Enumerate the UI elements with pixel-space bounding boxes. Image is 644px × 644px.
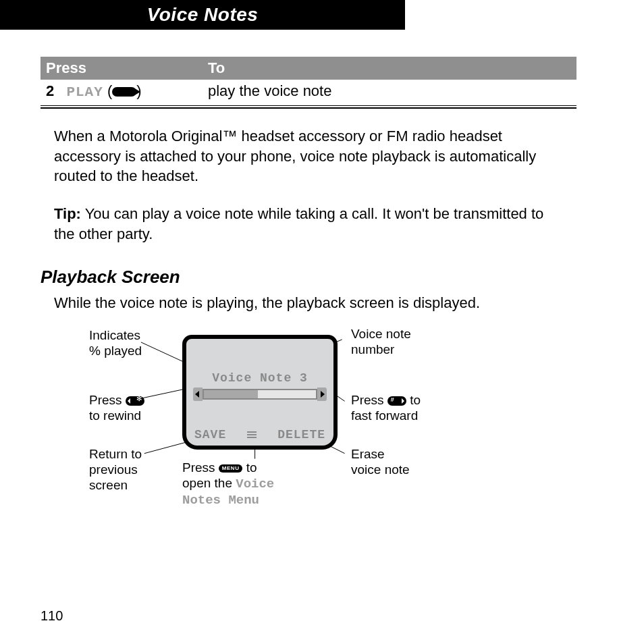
table-cell-key: 2 PLAY (): [41, 80, 203, 103]
callout-fast-forward: Press to fast forward: [351, 393, 421, 424]
progress-fill: [204, 390, 258, 398]
paragraph-headset: When a Motorola Original™ headset access…: [54, 126, 563, 186]
callout-ff-a: Press: [351, 393, 387, 407]
table-rule: [41, 105, 576, 109]
menu-key-icon: MENU: [219, 464, 243, 473]
callout-rewind: Press to rewind: [89, 393, 144, 424]
star-key-icon: [126, 396, 144, 406]
playback-diagram: Voice Note 3 SAVE DELETE Indicates % pla…: [41, 325, 576, 528]
action-table: Press To 2 PLAY () play the voice note: [41, 57, 576, 103]
callout-percent-played: Indicates % played: [89, 328, 142, 359]
forward-icon: [317, 387, 327, 401]
callout-menu-a: Press: [182, 460, 219, 475]
phone-screen: Voice Note 3 SAVE DELETE: [182, 335, 338, 450]
callout-erase: Erase voice note: [351, 447, 410, 478]
subhead-playback: Playback Screen: [41, 267, 576, 288]
tip-label: Tip:: [54, 205, 81, 222]
step-number: 2: [46, 82, 62, 99]
softkey-save: SAVE: [194, 428, 226, 441]
screen-title: Voice Note 3: [186, 371, 333, 385]
page-header: Voice Notes: [0, 0, 405, 30]
callout-menu: Press MENU to open the Voice Notes Menu: [182, 460, 274, 508]
page-number: 110: [41, 608, 63, 624]
tip-body: You can play a voice note while taking a…: [54, 205, 543, 242]
callout-return: Return to previous screen: [89, 447, 142, 493]
callout-voice-note-number: Voice note number: [351, 327, 411, 358]
rewind-icon: [193, 387, 203, 401]
play-key-label: PLAY: [66, 84, 103, 100]
table-header-to: To: [203, 57, 576, 80]
paren-open: (: [107, 82, 112, 99]
softkey-delete: DELETE: [277, 428, 325, 441]
play-pill-icon: [112, 87, 136, 97]
hash-key-icon: [387, 396, 406, 406]
progress-bar: [203, 389, 317, 400]
callout-rewind-a: Press: [89, 393, 126, 407]
callout-rewind-b: to rewind: [89, 408, 141, 423]
table-cell-desc: play the voice note: [203, 80, 576, 103]
menu-icon: [247, 431, 257, 438]
paragraph-tip: Tip: You can play a voice note while tak…: [54, 204, 563, 244]
table-header-press: Press: [41, 57, 203, 80]
subtext: While the voice note is playing, the pla…: [54, 293, 563, 313]
